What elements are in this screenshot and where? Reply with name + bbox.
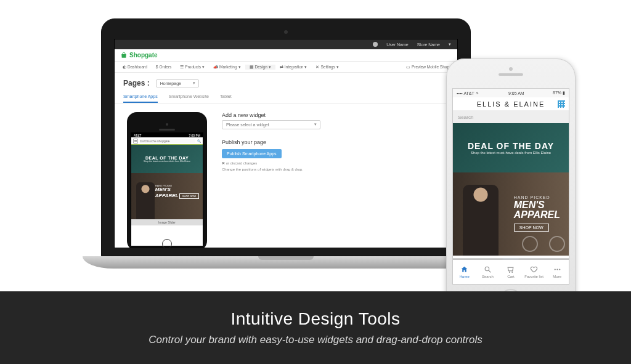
nav-dashboard[interactable]: ◐ Dashboard <box>118 65 152 70</box>
store-title: ELLIS & ELAINE <box>453 97 569 111</box>
mens-apparel-banner[interactable]: HAND PICKED MEN'S APPAREL SHOP NOW <box>453 172 569 256</box>
discard-changes-link[interactable]: ✕ or discard changes <box>222 161 445 165</box>
phone-statusbar: •••• AT&T ᯤ 9:05 AM 87% ▮ <box>453 89 569 97</box>
phone-screen: •••• AT&T ᯤ 9:05 AM 87% ▮ ELLIS & ELAINE… <box>452 88 569 285</box>
phone-mockup: •••• AT&T ᯤ 9:05 AM 87% ▮ ELLIS & ELAINE… <box>446 59 576 314</box>
tab-cart[interactable]: Cart <box>499 260 523 284</box>
device-preview: AT&T7:00 PM 🔍 DEAL OF THE DAY Shop the l… <box>127 112 207 248</box>
tab-tablet[interactable]: Tablet <box>220 91 232 103</box>
preview-mens-banner[interactable]: HAND PICKED MEN'S APPAREL SHOP NOW <box>131 173 203 219</box>
deal-banner[interactable]: DEAL OF THE DAY Shop the latest must-hav… <box>453 123 569 172</box>
preview-statusbar: AT&T7:00 PM <box>131 133 203 137</box>
tab-favorites[interactable]: Favorite list <box>523 260 546 284</box>
tab-smartphone-website[interactable]: Smartphone Website <box>169 91 209 103</box>
search-icon <box>484 265 492 273</box>
tab-more[interactable]: More <box>545 260 569 284</box>
brand-bar: Shopgate <box>115 49 457 62</box>
storename-label[interactable]: Store Name <box>417 42 440 47</box>
nav-design[interactable]: ▦ Design ▾ <box>245 65 275 70</box>
svg-point-3 <box>556 269 558 270</box>
nav-orders[interactable]: $ Orders <box>152 65 176 69</box>
shopgate-logo-icon <box>121 52 127 59</box>
username-label[interactable]: User Name <box>386 42 408 47</box>
pages-label: Pages : <box>123 79 150 87</box>
headline: Intuitive Design Tools <box>230 309 400 329</box>
preview-deal-banner[interactable]: DEAL OF THE DAY Shop the latest must-hav… <box>131 145 203 173</box>
page-select[interactable]: Homepage <box>156 79 199 87</box>
preview-shop-now-button[interactable]: SHOP NOW <box>179 193 199 199</box>
svg-line-1 <box>489 270 491 272</box>
more-icon <box>553 265 561 273</box>
tab-home[interactable]: Home <box>453 260 476 284</box>
svg-point-4 <box>559 269 560 270</box>
nav-preview[interactable]: ▭ Preview Mobile Shop <box>402 65 454 70</box>
phone-search-input[interactable]: Search <box>453 111 569 123</box>
tab-smartphone-apps[interactable]: Smartphone Apps <box>123 91 158 103</box>
nav-settings[interactable]: ✕ Settings ▾ <box>311 65 343 70</box>
shop-now-button[interactable]: SHOP NOW <box>514 224 549 232</box>
nav-products[interactable]: ☰ Products ▾ <box>176 65 209 70</box>
user-avatar-icon[interactable] <box>373 42 378 47</box>
nav-integration[interactable]: ⇄ Integration ▾ <box>275 65 312 70</box>
phone-tabbar: Home Search Cart Favorite list More <box>453 259 569 284</box>
subline: Control your brand with easy-to-use widg… <box>149 334 482 346</box>
preview-search-input[interactable] <box>140 139 195 143</box>
preview-search[interactable]: 🔍 <box>131 137 203 145</box>
search-icon[interactable]: 🔍 <box>197 139 201 143</box>
laptop-mockup: User Name Store Name ▾ Shopgate ◐ Dashbo… <box>101 18 471 269</box>
device-tabs: Smartphone Apps Smartphone Website Table… <box>115 91 457 103</box>
main-nav: ◐ Dashboard $ Orders ☰ Products ▾ 📣 Mark… <box>115 62 457 73</box>
drag-hint: Change the positions of widgets with dra… <box>222 168 445 171</box>
scanner-icon[interactable] <box>558 100 565 108</box>
app-topbar: User Name Store Name ▾ <box>115 39 457 49</box>
brand-name: Shopgate <box>129 52 158 59</box>
laptop-screen: User Name Store Name ▾ Shopgate ◐ Dashbo… <box>114 39 458 248</box>
publish-heading: Publish your page <box>222 139 445 145</box>
widget-type-label: Image Slider <box>131 219 203 225</box>
svg-point-0 <box>485 267 489 271</box>
home-icon <box>460 265 468 273</box>
heart-icon <box>530 265 538 273</box>
marketing-footer: Intuitive Design Tools Control your bran… <box>0 291 631 364</box>
chevron-down-icon[interactable]: ▾ <box>449 42 451 47</box>
svg-point-2 <box>554 269 555 270</box>
widget-select[interactable]: Please select a widget <box>222 120 320 129</box>
add-widget-heading: Add a new widget <box>222 112 445 118</box>
cart-icon <box>507 265 515 273</box>
nav-marketing[interactable]: 📣 Marketing ▾ <box>209 65 245 70</box>
tab-search[interactable]: Search <box>476 260 500 284</box>
menu-icon[interactable] <box>133 139 138 144</box>
publish-button[interactable]: Publish Smartphone Apps <box>222 149 282 158</box>
